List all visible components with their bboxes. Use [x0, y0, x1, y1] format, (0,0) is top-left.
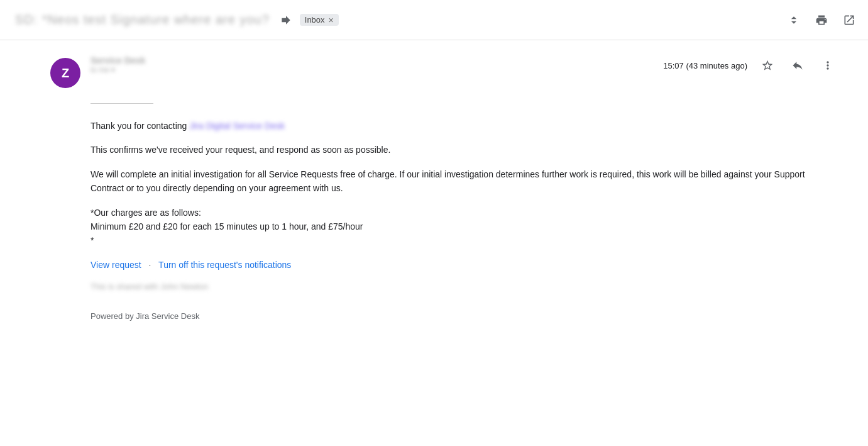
forward-icon [280, 14, 292, 26]
up-down-icon [788, 14, 800, 26]
greeting-start: Thank you for contacting [91, 121, 189, 131]
charges-asterisk: * [91, 235, 94, 245]
open-in-new-icon [843, 14, 855, 26]
footer-blurred: This is shared with John Newton [91, 282, 838, 291]
dot-separator: · [149, 260, 151, 270]
email-container: Z Service Desk to me ▾ 15:07 (43 minutes… [0, 40, 868, 336]
email-body: Thank you for contacting Jira Digital Se… [50, 103, 838, 321]
sender-row: Z Service Desk to me ▾ 15:07 (43 minutes… [50, 55, 838, 88]
turn-off-notifications-link[interactable]: Turn off this request's notifications [158, 260, 291, 270]
avatar: Z [50, 58, 80, 88]
print-icon [815, 14, 828, 26]
email-time: 15:07 (43 minutes ago) [663, 61, 747, 70]
more-options-icon [821, 59, 834, 72]
email-meta: 15:07 (43 minutes ago) [663, 55, 838, 75]
charges-paragraph: *Our charges are as follows: Minimum £20… [91, 206, 838, 248]
powered-by: Powered by Jira Service Desk [91, 311, 838, 321]
reply-icon [791, 59, 804, 72]
reply-divider [91, 103, 153, 104]
greeting-paragraph: Thank you for contacting Jira Digital Se… [91, 119, 838, 133]
inbox-tag: Inbox × [300, 14, 339, 26]
sender-info: Service Desk to me ▾ [91, 55, 663, 74]
forward-icon-button[interactable] [277, 11, 295, 29]
reply-button[interactable] [788, 55, 808, 75]
greeting-blurred: Jira Digital Service Desk [189, 121, 285, 131]
investigation-paragraph: We will complete an initial investigatio… [91, 167, 838, 196]
sender-email: to me ▾ [91, 65, 663, 74]
up-down-button[interactable] [785, 11, 803, 29]
print-button[interactable] [813, 11, 830, 29]
inbox-tag-label: Inbox [305, 15, 325, 25]
more-options-button[interactable] [818, 55, 838, 75]
charges-header: *Our charges are as follows: [91, 208, 201, 218]
header-right-icons [785, 11, 858, 29]
open-in-new-button[interactable] [840, 11, 858, 29]
email-header-bar: SD: *Neos test Signature where are you? … [0, 0, 868, 40]
links-paragraph: View request · Turn off this request's n… [91, 258, 838, 272]
star-button[interactable] [757, 55, 777, 75]
charges-detail: Minimum £20 and £20 for each 15 minutes … [91, 221, 363, 231]
inbox-tag-close-button[interactable]: × [329, 16, 334, 25]
email-subject: SD: *Neos test Signature where are you? [15, 13, 270, 27]
confirmation-paragraph: This confirms we've received your reques… [91, 143, 838, 157]
sender-name: Service Desk [91, 55, 145, 65]
star-icon [761, 59, 774, 72]
view-request-link[interactable]: View request [91, 260, 141, 270]
